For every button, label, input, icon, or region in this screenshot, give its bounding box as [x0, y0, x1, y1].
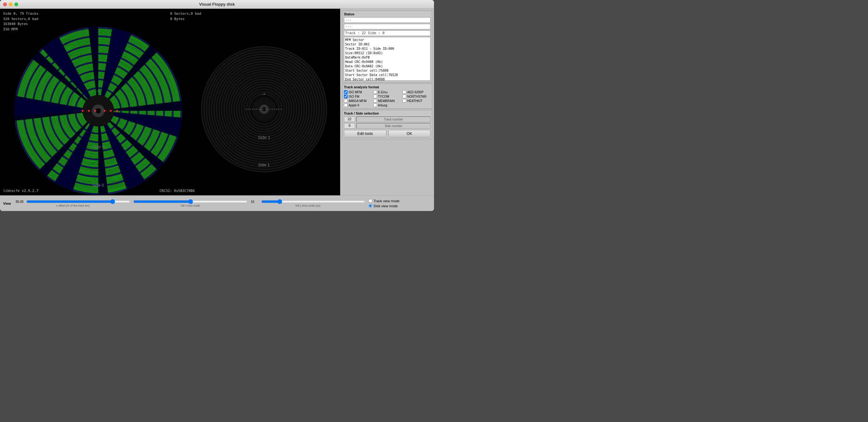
view-mode-group: Track view mode Disk view mode	[368, 199, 431, 208]
close-button[interactable]	[3, 2, 7, 6]
format-checkbox-iso_fm[interactable]	[344, 94, 348, 98]
format-checkbox-arburg[interactable]	[373, 103, 377, 107]
format-checkbox-apple_ii[interactable]	[344, 103, 348, 107]
y-time-desc: full y time scale (us)	[251, 204, 365, 207]
track-view-radio[interactable]	[368, 199, 372, 203]
y-time-value: 16	[251, 200, 260, 204]
format-label-aed_6200p[interactable]: AED 6200P	[407, 90, 423, 94]
version-info: libhxcfe v2.9.2.7	[3, 189, 38, 193]
x-offset-value: 85.00	[16, 200, 25, 204]
disk-side1-label: Side 1	[258, 162, 270, 167]
format-item-membrain: MEMBRAIN	[373, 99, 401, 103]
traffic-lights	[3, 2, 18, 6]
status-field1: ---	[344, 17, 431, 23]
format-item-apple_ii: Apple II	[344, 103, 372, 107]
disk-right-info-line2: 0 Bytes	[170, 17, 201, 22]
ok-button[interactable]: OK	[388, 130, 431, 138]
disk-side1-canvas[interactable]	[198, 43, 330, 175]
disk-right-info: 0 Sectors,0 bad 0 Bytes	[170, 11, 201, 22]
track-side-title: Track / Side selection	[344, 112, 431, 115]
maximize-button[interactable]	[14, 2, 18, 6]
format-label-northstar[interactable]: NORTHSTAR	[407, 95, 426, 98]
track-analysis-format-title: Track analysis format	[344, 85, 431, 89]
y-time-slider-row: 16	[251, 200, 365, 204]
format-label-apple_ii[interactable]: Apple II	[348, 103, 359, 107]
format-checkbox-tycom[interactable]	[373, 94, 377, 98]
disk-side1-wrapper: Side 1	[198, 43, 330, 167]
right-panel: Status --- --- Track : 22 Side : 0 MFM S…	[340, 9, 434, 195]
x-offset-slider-row: 85.00	[16, 200, 130, 204]
x-offset-group: 85.00 x offset (% of the track len)	[16, 200, 130, 207]
minimize-button[interactable]	[9, 2, 12, 6]
track-value-box: 22	[344, 117, 355, 122]
y-time-slider[interactable]	[261, 200, 365, 204]
format-label-e_emu[interactable]: E-Emu	[378, 90, 388, 94]
format-item-iso_mfm: ISO MFM	[344, 90, 372, 94]
track-analysis-format-section: Track analysis format ISO MFME-EmuAED 62…	[342, 84, 432, 109]
side-row: 0 Side number	[344, 123, 431, 129]
track-number-placeholder[interactable]: Track number	[356, 117, 431, 122]
format-label-arburg[interactable]: Arburg	[378, 103, 388, 107]
status-textarea: MFM Sector Sector ID:061 Track ID:011 - …	[344, 37, 431, 81]
main-window: Visual Floppy disk Side 0, 79 Tracks 320…	[0, 0, 434, 211]
bottom-bar: View 85.00 x offset (% of the track len)…	[0, 195, 434, 211]
main-content: Side 0, 79 Tracks 320 Sectors,0 bad 1638…	[0, 9, 434, 195]
window-title: Visual Floppy disk	[199, 2, 235, 7]
format-checkbox-aed_6200p[interactable]	[402, 90, 406, 94]
format-label-iso_mfm[interactable]: ISO MFM	[348, 90, 362, 94]
buttons-row: Edit tools OK	[344, 130, 431, 138]
format-label-heathkit[interactable]: HEATHKIT	[407, 99, 423, 103]
disk-area: Side 0, 79 Tracks 320 Sectors,0 bad 1638…	[0, 9, 340, 195]
format-label-membrain[interactable]: MEMBRAIN	[378, 99, 395, 103]
status-field3: Track : 22 Side : 0	[344, 30, 431, 36]
x-time-group: full x time scale	[133, 200, 248, 207]
disk-left-info-line1: Side 0, 79 Tracks	[3, 11, 38, 17]
format-label-amiga_mfm[interactable]: AMIGA MFM	[348, 99, 366, 103]
disk-right-info-line1: 0 Sectors,0 bad	[170, 11, 201, 17]
format-checkbox-membrain[interactable]	[373, 99, 377, 103]
format-item-iso_fm: ISO FM	[344, 94, 372, 98]
x-time-slider[interactable]	[133, 200, 248, 204]
disk-side0-canvas[interactable]	[11, 23, 186, 195]
format-checkbox-heathkit[interactable]	[402, 99, 406, 103]
x-time-slider-row	[133, 200, 248, 204]
disk-side0-wrapper: Side 0	[11, 23, 186, 187]
format-label-tycom[interactable]: TYCOM	[378, 95, 389, 98]
disk-view-radio[interactable]	[368, 204, 372, 208]
track-side-selection-section: Track / Side selection 22 Track number 0…	[342, 110, 432, 139]
format-checkbox-northstar[interactable]	[402, 94, 406, 98]
format-label-iso_fm[interactable]: ISO FM	[348, 95, 359, 98]
x-time-desc: full x time scale	[133, 204, 248, 207]
y-time-group: 16 full y time scale (us)	[251, 200, 365, 207]
edit-tools-button[interactable]: Edit tools	[344, 130, 386, 138]
format-checkbox-amiga_mfm[interactable]	[344, 99, 348, 103]
format-item-e_emu: E-Emu	[373, 90, 401, 94]
track-row: 22 Track number	[344, 117, 431, 122]
side-value-box: 0	[344, 123, 355, 129]
format-grid: ISO MFME-EmuAED 6200PISO FMTYCOMNORTHSTA…	[344, 90, 431, 107]
disks-container: Side 0 Side 1	[0, 9, 340, 195]
crc-info: CRC32: 0x5B3C78B6	[160, 189, 195, 193]
x-offset-desc: x offset (% of the track len)	[16, 204, 130, 207]
status-section: Status --- --- Track : 22 Side : 0 MFM S…	[342, 11, 432, 82]
disk-view-label[interactable]: Disk view mode	[374, 204, 398, 208]
format-item-aed_6200p: AED 6200P	[402, 90, 431, 94]
status-field2: ---	[344, 24, 431, 29]
format-item-arburg: Arburg	[373, 103, 401, 107]
track-view-radio-row: Track view mode	[368, 199, 431, 203]
status-title: Status	[344, 12, 431, 16]
side-number-placeholder[interactable]: Side number	[356, 123, 431, 129]
format-checkbox-e_emu[interactable]	[373, 90, 377, 94]
format-item-heathkit: HEATHKIT	[402, 99, 431, 103]
format-item-northstar: NORTHSTAR	[402, 94, 431, 98]
disk-view-radio-row: Disk view mode	[368, 204, 431, 208]
track-view-label[interactable]: Track view mode	[374, 199, 400, 203]
format-item-amiga_mfm: AMIGA MFM	[344, 99, 372, 103]
disk-side0-label: Side 0	[92, 183, 104, 187]
view-label: View	[3, 202, 12, 205]
format-item-tycom: TYCOM	[373, 94, 401, 98]
format-checkbox-iso_mfm[interactable]	[344, 90, 348, 94]
titlebar: Visual Floppy disk	[0, 0, 434, 9]
x-offset-slider[interactable]	[26, 200, 130, 204]
disk-left-info-line2: 320 Sectors,0 bad	[3, 17, 38, 22]
